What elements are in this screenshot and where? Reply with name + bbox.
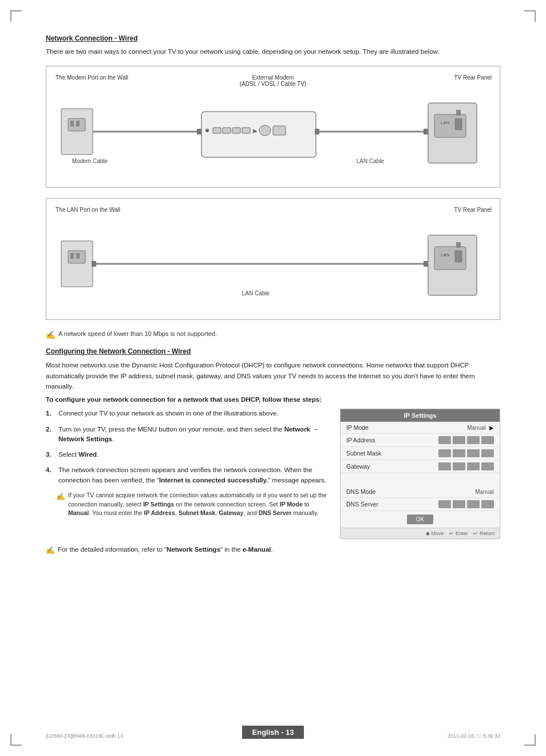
ip-block-2: [453, 436, 465, 444]
step-2-text: Turn on your TV, press the MENU button o…: [58, 425, 331, 445]
gateway-blocks: [438, 462, 494, 470]
step-1-text: Connect your TV to your network as shown…: [58, 409, 331, 418]
ip-row-mode: IP Mode Manual ▶: [341, 422, 500, 434]
ip-nav-row: ◆ Move ↵ Enter ↩ Return: [341, 528, 500, 539]
diagram-1: The Modem Port on the Wall External Mode…: [46, 66, 500, 188]
svg-rect-16: [315, 129, 319, 134]
svg-rect-30: [92, 261, 96, 267]
step-3-num: 3.: [46, 450, 58, 460]
svg-rect-10: [242, 128, 250, 133]
svg-rect-5: [197, 129, 201, 134]
svg-rect-28: [76, 253, 80, 259]
step-2: 2. Turn on your TV, press the MENU butto…: [46, 425, 331, 445]
ip-row-dns-server: DNS Server: [341, 498, 500, 511]
ip-settings-title: IP Settings: [341, 409, 500, 422]
ip-mode-label: IP Mode: [346, 424, 467, 431]
svg-text:LAN Cable: LAN Cable: [242, 290, 270, 296]
svg-rect-31: [424, 261, 428, 267]
svg-rect-22: [456, 110, 461, 116]
diagram1-svg: ▶ LAN Modem Cable LAN Cable: [56, 89, 502, 177]
corner-mark-tl: [10, 10, 22, 22]
subnet-block-3: [467, 449, 480, 457]
step-4-num: 4.: [46, 465, 58, 485]
svg-point-12: [259, 125, 271, 136]
subnet-label: Subnet Mask: [346, 450, 438, 457]
sub-note: ✍ If your TV cannot acquire network the …: [56, 491, 331, 518]
subnet-blocks: [438, 449, 494, 457]
dns-mode-value: Manual: [475, 489, 494, 495]
dns-server-label: DNS Server: [346, 501, 438, 508]
diagram2-svg: LAN LAN Cable: [56, 221, 502, 310]
svg-text:▶: ▶: [253, 128, 258, 134]
steps-area: 1. Connect your TV to your network as sh…: [46, 409, 500, 539]
step-3-text: Select Wired.: [58, 450, 331, 460]
ip-row-dns-mode: DNS Mode Manual: [341, 486, 500, 498]
ip-mode-arrow: ▶: [489, 425, 494, 431]
section2-instruction: To configure your network connection for…: [46, 396, 500, 403]
steps-list: 1. Connect your TV to your network as sh…: [46, 409, 331, 539]
ip-address-label: IP Address: [346, 437, 438, 444]
svg-rect-8: [223, 128, 231, 133]
dns-block-2: [453, 500, 465, 508]
diag1-tv-label: TV Rear Panel: [454, 74, 492, 81]
diag2-tv-label: TV Rear Panel: [454, 207, 492, 213]
ip-row-gateway: Gateway: [341, 460, 500, 473]
svg-point-14: [205, 129, 209, 132]
corner-mark-tr: [524, 10, 536, 22]
gateway-label: Gateway: [346, 463, 438, 470]
diag2-wall-label: The LAN Port on the Wall: [56, 207, 490, 213]
footer-page-number: English - 13: [242, 726, 304, 739]
svg-rect-21: [455, 118, 462, 130]
subnet-block-2: [453, 449, 465, 457]
ip-settings-box: IP Settings IP Mode Manual ▶ IP Address …: [340, 409, 500, 539]
final-note-icon: ✍: [46, 545, 55, 556]
svg-rect-3: [76, 121, 80, 126]
ip-ok-row: OK: [341, 511, 500, 528]
ip-row-subnet: Subnet Mask: [341, 447, 500, 460]
svg-rect-35: [455, 251, 462, 262]
svg-text:LAN: LAN: [441, 120, 450, 125]
step-4-text: The network connection screen appears an…: [58, 465, 331, 485]
ip-mode-value: Manual: [467, 425, 486, 431]
dns-block-4: [481, 500, 494, 508]
dns-block-3: [467, 500, 480, 508]
ip-block-1: [438, 436, 451, 444]
note-1: ✍ A network speed of lower than 10 Mbps …: [46, 330, 500, 339]
final-note: ✍ For the detailed information, refer to…: [46, 545, 500, 556]
svg-text:Modem Cable: Modem Cable: [72, 158, 108, 164]
diag1-modem-label: External Modem(ADSL / VDSL / Cable TV): [240, 74, 306, 87]
step-1: 1. Connect your TV to your network as sh…: [46, 409, 331, 418]
svg-rect-25: [61, 241, 93, 287]
dns-blocks: [438, 500, 494, 508]
svg-rect-6: [201, 112, 316, 157]
footer-file-info: [LD550-ZX]BN68-03319C.indb 13: [46, 733, 123, 739]
svg-rect-2: [70, 121, 74, 126]
dns-block-1: [438, 500, 451, 508]
section-title: Network Connection - Wired: [46, 34, 500, 42]
ip-ok-button[interactable]: OK: [407, 514, 433, 524]
svg-rect-27: [70, 253, 74, 259]
page: Network Connection - Wired There are two…: [0, 0, 546, 756]
note-icon-1: ✍: [46, 330, 56, 339]
intro-text: There are two main ways to connect your …: [46, 47, 500, 57]
step-1-num: 1.: [46, 409, 58, 418]
gateway-block-1: [438, 462, 451, 470]
svg-text:LAN Cable: LAN Cable: [357, 158, 385, 164]
ip-row-address: IP Address: [341, 434, 500, 447]
step-3: 3. Select Wired.: [46, 450, 331, 460]
subnet-block-4: [481, 449, 494, 457]
sub-note-text: If your TV cannot acquire network the co…: [68, 491, 331, 518]
section2-title: Configuring the Network Connection - Wir…: [46, 347, 500, 355]
ip-address-blocks: [438, 436, 494, 444]
nav-enter: ↵ Enter: [449, 531, 468, 536]
svg-rect-7: [213, 128, 221, 133]
svg-rect-0: [61, 109, 93, 155]
gateway-block-2: [453, 462, 465, 470]
sub-note-icon: ✍: [56, 491, 65, 502]
svg-text:LAN: LAN: [441, 252, 450, 258]
svg-rect-9: [232, 128, 240, 133]
nav-move: ◆ Move: [426, 531, 444, 536]
final-note-text: For the detailed information, refer to "…: [58, 545, 273, 555]
ip-block-3: [467, 436, 480, 444]
section2-body: Most home networks use the Dynamic Host …: [46, 360, 500, 391]
